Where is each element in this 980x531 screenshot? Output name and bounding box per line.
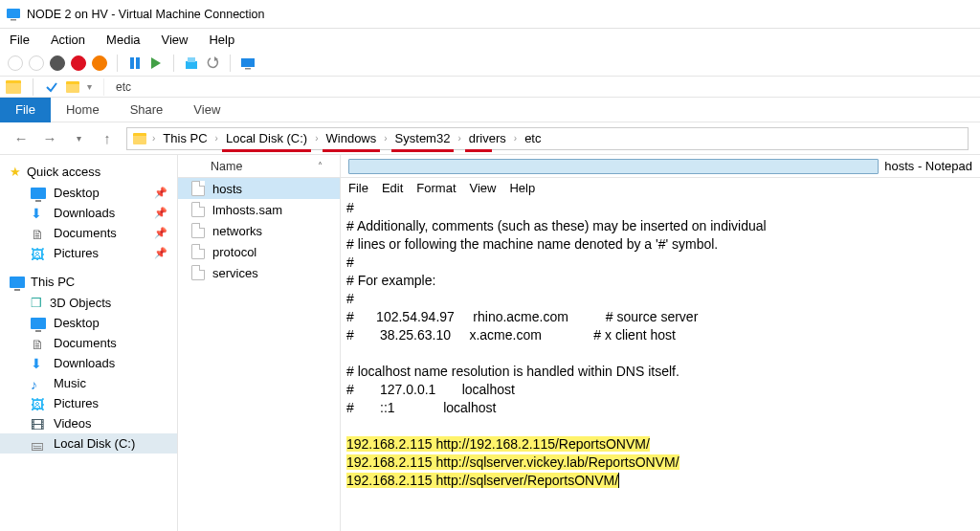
breadcrumb-system32[interactable]: System32 <box>393 131 453 145</box>
vm-enhanced-icon[interactable] <box>240 55 256 71</box>
svg-rect-8 <box>241 58 255 67</box>
forward-button[interactable]: → <box>40 129 59 148</box>
file-list-header[interactable]: Name ˄ <box>178 155 340 178</box>
label: This PC <box>31 275 75 289</box>
file-row-protocol[interactable]: protocol <box>178 241 340 262</box>
file-row-networks[interactable]: networks <box>178 220 340 241</box>
cube-icon: ❒ <box>31 296 42 310</box>
np-menu-edit[interactable]: Edit <box>382 181 403 195</box>
menu-view[interactable]: View <box>162 33 189 47</box>
label: Documents <box>54 336 117 350</box>
file-row-lmhosts[interactable]: lmhosts.sam <box>178 199 340 220</box>
this-pc[interactable]: This PC <box>0 271 177 293</box>
menu-help[interactable]: Help <box>209 33 234 47</box>
explorer-tabs: ▾ etc <box>0 77 980 98</box>
vm-reset-icon[interactable] <box>148 55 164 71</box>
label: Videos <box>54 416 92 431</box>
sidebar-item-videos[interactable]: 🎞Videos <box>0 413 177 433</box>
pin-icon: 📌 <box>154 247 167 259</box>
ribbon-share[interactable]: Share <box>115 98 179 122</box>
np-menu-file[interactable]: File <box>348 181 368 195</box>
file-name: services <box>212 266 258 280</box>
separator <box>173 55 174 72</box>
sidebar-item-localdisk[interactable]: 🖴Local Disk (C:) <box>0 433 177 454</box>
ribbon-view[interactable]: View <box>178 98 235 122</box>
sidebar-item-documents[interactable]: 🗎Documents📌 <box>0 223 177 243</box>
ribbon-home[interactable]: Home <box>51 98 115 122</box>
file-name: networks <box>212 224 262 238</box>
quick-access[interactable]: ★ Quick access <box>0 161 177 183</box>
np-menu-help[interactable]: Help <box>509 181 535 195</box>
vm-ctrlaltdel-icon[interactable] <box>8 55 23 71</box>
svg-rect-0 <box>7 9 20 18</box>
file-icon <box>191 223 205 238</box>
notepad-window: hosts - Notepad File Edit Format View He… <box>341 155 980 531</box>
breadcrumb[interactable]: › This PC › Local Disk (C:) › Windows › … <box>126 127 969 150</box>
sidebar-item-desktop2[interactable]: Desktop <box>0 313 177 333</box>
file-name: lmhosts.sam <box>212 203 282 217</box>
vm-icon <box>6 7 21 22</box>
vm-pause-icon[interactable] <box>127 55 143 71</box>
titlebar: NODE 2 on HV - Virtual Machine Connectio… <box>0 0 980 29</box>
breadcrumb-etc[interactable]: etc <box>523 131 543 145</box>
breadcrumb-drivers[interactable]: drivers <box>467 131 508 145</box>
ribbon-file[interactable]: File <box>0 98 51 122</box>
file-row-services[interactable]: services <box>178 262 340 283</box>
notepad-body[interactable]: # # Additionally, comments (such as thes… <box>341 197 980 531</box>
separator <box>230 55 231 72</box>
up-button[interactable]: ↑ <box>98 129 117 148</box>
sidebar-item-pictures[interactable]: 🖼Pictures📌 <box>0 243 177 263</box>
sidebar-item-desktop[interactable]: Desktop📌 <box>0 183 177 203</box>
chevron-down-icon[interactable]: ▾ <box>87 81 92 92</box>
file-row-hosts[interactable]: hosts <box>178 178 340 199</box>
vm-revert-icon[interactable] <box>205 55 220 71</box>
sidebar-item-downloads[interactable]: ⬇Downloads📌 <box>0 203 177 223</box>
highlighted-line: 192.168.2.115 http://sqlserver.vickey.la… <box>346 454 679 470</box>
svg-marker-4 <box>151 57 161 69</box>
underline-highlight <box>323 149 381 152</box>
file-icon <box>191 244 205 259</box>
checkmark-icon[interactable] <box>45 80 58 94</box>
separator <box>117 55 118 72</box>
sidebar-item-3dobjects[interactable]: ❒3D Objects <box>0 293 177 313</box>
recent-dropdown[interactable]: ▾ <box>69 129 88 148</box>
svg-rect-1 <box>11 19 16 21</box>
separator <box>103 78 104 96</box>
menu-file[interactable]: File <box>10 33 30 47</box>
sidebar-item-documents2[interactable]: 🗎Documents <box>0 333 177 353</box>
sidebar-item-downloads2[interactable]: ⬇Downloads <box>0 353 177 373</box>
separator <box>33 78 33 96</box>
breadcrumb-windows[interactable]: Windows <box>324 131 379 145</box>
breadcrumb-this-pc[interactable]: This PC <box>161 131 209 145</box>
folder-icon <box>6 80 21 94</box>
vm-start-icon[interactable] <box>29 55 44 71</box>
label: Local Disk (C:) <box>54 436 135 451</box>
vm-save-icon[interactable] <box>92 55 107 71</box>
menu-media[interactable]: Media <box>106 33 140 47</box>
svg-rect-9 <box>245 68 251 70</box>
sidebar-item-pictures2[interactable]: 🖼Pictures <box>0 393 177 413</box>
vm-toolbar <box>0 50 980 77</box>
label: Downloads <box>54 206 115 220</box>
document-icon: 🗎 <box>31 337 46 350</box>
notepad-icon <box>348 159 879 174</box>
breadcrumb-local-disk[interactable]: Local Disk (C:) <box>224 131 309 145</box>
back-button[interactable]: ← <box>11 129 31 148</box>
sidebar-item-music[interactable]: ♪Music <box>0 373 177 393</box>
vm-turnoff-icon[interactable] <box>50 55 65 71</box>
np-menu-view[interactable]: View <box>470 181 497 195</box>
chevron-right-icon: › <box>457 133 460 144</box>
vm-checkpoint-icon[interactable] <box>184 55 199 71</box>
pc-icon <box>10 277 25 288</box>
disk-icon: 🖴 <box>31 437 46 451</box>
sort-indicator-icon: ˄ <box>318 161 323 171</box>
np-menu-format[interactable]: Format <box>416 181 456 195</box>
menu-action[interactable]: Action <box>51 33 85 47</box>
underline-highlight <box>391 149 455 152</box>
download-icon: ⬇ <box>31 357 46 370</box>
notepad-title: hosts - Notepad <box>884 159 972 173</box>
label: Documents <box>54 226 117 240</box>
video-icon: 🎞 <box>31 417 46 431</box>
ribbon: File Home Share View <box>0 98 980 122</box>
vm-shutdown-icon[interactable] <box>71 55 86 71</box>
